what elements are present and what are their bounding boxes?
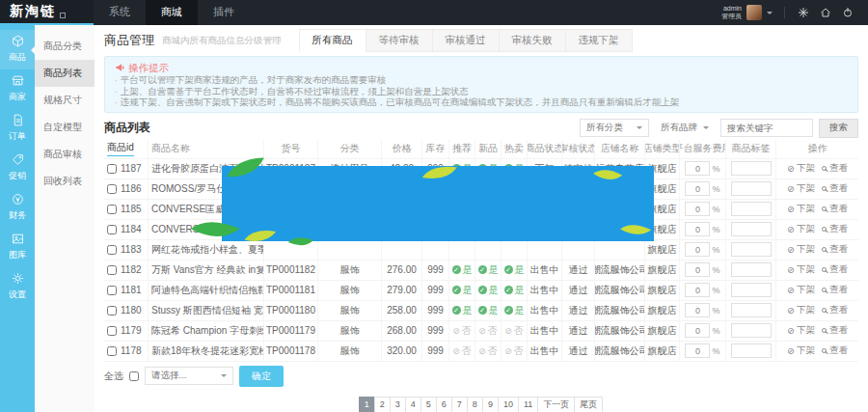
tab[interactable]: 等待审核 (366, 29, 433, 52)
flag-yes-badge[interactable]: ✓是 (478, 263, 499, 277)
tab[interactable]: 审核失败 (499, 29, 566, 52)
flag-yes-badge[interactable]: ✓是 (504, 284, 525, 297)
page-button[interactable]: 5 (420, 397, 437, 412)
batch-action-select[interactable]: 请选择... (145, 367, 233, 385)
row-checkbox[interactable] (107, 265, 117, 275)
tag-input[interactable] (731, 283, 772, 297)
flag-no-badge[interactable]: ⊘否 (452, 344, 472, 358)
row-checkbox[interactable] (107, 286, 117, 295)
view-button[interactable]: 查看 (822, 324, 848, 337)
flag-no-badge[interactable]: ⊘否 (478, 324, 498, 338)
offshelf-button[interactable]: ⊘下架 (787, 223, 815, 235)
submenu-item[interactable]: 商品分类 (35, 33, 95, 60)
top-menu-item[interactable]: 插件 (198, 0, 250, 25)
page-button[interactable]: 10 (498, 397, 519, 412)
fee-input[interactable] (685, 323, 710, 338)
tab[interactable]: 所有商品 (299, 29, 366, 52)
tag-input[interactable] (731, 262, 772, 277)
category-select[interactable]: 所有分类 (580, 119, 649, 137)
store-link[interactable]: 潮流服饰公司 (595, 304, 645, 317)
sidebar-item[interactable]: 促销 (0, 149, 35, 188)
store-link[interactable]: 潮流服饰公司 (595, 324, 645, 338)
page-button[interactable]: 6 (436, 397, 452, 412)
page-button[interactable]: 2 (374, 397, 391, 412)
row-checkbox[interactable] (107, 306, 117, 316)
row-checkbox[interactable] (107, 184, 117, 194)
submenu-item[interactable]: 商品列表 (35, 60, 95, 87)
view-button[interactable]: 查看 (822, 162, 848, 175)
sort-label[interactable]: 商品id (107, 141, 134, 156)
fee-input[interactable] (685, 283, 710, 297)
clear-cache-icon[interactable] (797, 6, 810, 19)
offshelf-button[interactable]: ⊘下架 (787, 263, 815, 276)
tag-input[interactable] (731, 202, 772, 216)
search-input[interactable] (720, 119, 813, 137)
tag-input[interactable] (731, 222, 772, 236)
flag-yes-badge[interactable]: ✓是 (452, 284, 473, 297)
view-button[interactable]: 查看 (822, 284, 848, 296)
top-menu-item[interactable]: 系统 (94, 0, 146, 25)
view-button[interactable]: 查看 (822, 203, 848, 215)
row-checkbox[interactable] (107, 225, 117, 234)
row-checkbox[interactable] (107, 245, 117, 255)
submenu-item[interactable]: 回收列表 (35, 168, 95, 195)
offshelf-button[interactable]: ⊘下架 (787, 304, 815, 316)
power-icon[interactable] (841, 6, 854, 19)
flag-no-badge[interactable]: ⊘否 (504, 344, 524, 358)
flag-yes-badge[interactable]: ✓是 (478, 304, 499, 317)
page-button[interactable]: 4 (405, 397, 421, 412)
sidebar-item[interactable]: 订单 (0, 109, 35, 149)
view-button[interactable]: 查看 (822, 223, 848, 235)
row-checkbox[interactable] (107, 346, 117, 356)
fee-input[interactable] (685, 262, 710, 277)
last-page-button[interactable]: 尾页 (574, 397, 603, 412)
fee-input[interactable] (685, 303, 710, 317)
fee-input[interactable] (685, 222, 710, 236)
offshelf-button[interactable]: ⊘下架 (787, 243, 815, 256)
row-checkbox[interactable] (107, 205, 117, 214)
sidebar-item[interactable]: 设置 (0, 267, 35, 307)
tag-input[interactable] (731, 161, 772, 176)
user-menu[interactable]: admin 管理员 (721, 5, 773, 20)
offshelf-button[interactable]: ⊘下架 (787, 182, 815, 195)
row-checkbox[interactable] (107, 164, 117, 174)
offshelf-button[interactable]: ⊘下架 (787, 344, 815, 357)
tab[interactable]: 审核通过 (432, 29, 500, 52)
avatar[interactable] (746, 5, 762, 20)
page-button[interactable]: 9 (482, 397, 499, 412)
select-all-checkbox[interactable] (129, 371, 139, 381)
page-button[interactable]: 7 (451, 397, 468, 412)
flag-no-badge[interactable]: ⊘否 (504, 324, 524, 338)
fee-input[interactable] (685, 343, 710, 358)
flag-yes-badge[interactable]: ✓是 (452, 263, 473, 277)
store-link[interactable]: 潮流服饰公司 (595, 263, 645, 277)
store-link[interactable]: 潮流服饰公司 (595, 344, 645, 358)
tag-input[interactable] (731, 343, 772, 358)
view-button[interactable]: 查看 (822, 344, 848, 357)
offshelf-button[interactable]: ⊘下架 (787, 324, 815, 337)
fee-input[interactable] (685, 202, 710, 216)
sidebar-item[interactable]: 商家 (0, 69, 35, 109)
flag-yes-badge[interactable]: ✓是 (452, 304, 473, 317)
submenu-item[interactable]: 规格尺寸 (35, 87, 95, 114)
tag-input[interactable] (731, 303, 772, 317)
sidebar-item[interactable]: 财务 (0, 188, 35, 228)
sidebar-item[interactable]: 商品 (0, 30, 35, 69)
store-link[interactable]: 潮流服饰公司 (595, 284, 645, 297)
tag-input[interactable] (731, 323, 772, 338)
fee-input[interactable] (685, 161, 710, 176)
view-button[interactable]: 查看 (822, 263, 848, 276)
top-menu-item[interactable]: 商城 (146, 0, 198, 25)
submenu-item[interactable]: 自定模型 (35, 114, 95, 141)
page-button[interactable]: 1 (359, 397, 375, 412)
next-page-button[interactable]: 下一页 (537, 397, 575, 412)
page-button[interactable]: 11 (518, 397, 538, 412)
search-button[interactable]: 搜索 (819, 119, 858, 138)
offshelf-button[interactable]: ⊘下架 (787, 203, 815, 215)
fee-input[interactable] (685, 242, 710, 257)
row-checkbox[interactable] (107, 326, 117, 336)
sidebar-item[interactable]: 图库 (0, 228, 35, 267)
page-button[interactable]: 8 (467, 397, 483, 412)
page-button[interactable]: 3 (390, 397, 406, 412)
flag-no-badge[interactable]: ⊘否 (478, 344, 498, 358)
